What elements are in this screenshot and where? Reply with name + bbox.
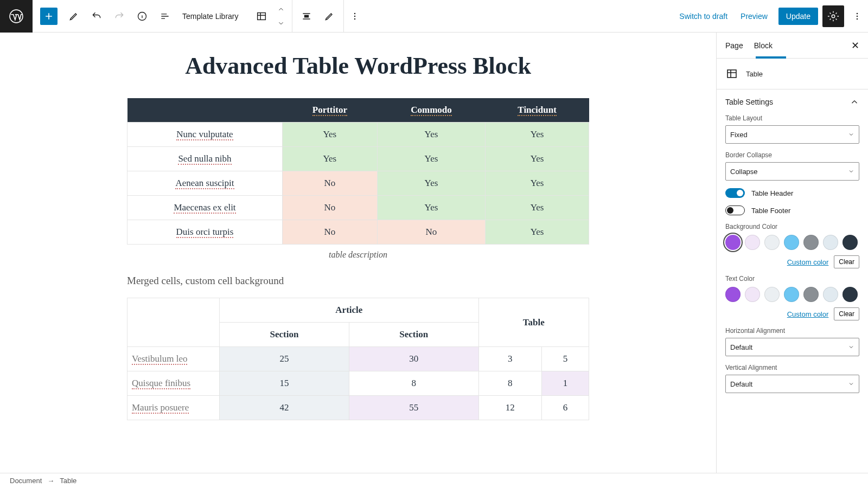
color-swatch[interactable] [803, 235, 819, 250]
table-cell[interactable]: 5 [541, 347, 589, 371]
info-button[interactable] [131, 5, 153, 27]
more-options-button[interactable] [344, 5, 366, 27]
table-block-button[interactable] [251, 5, 272, 27]
color-swatch[interactable] [803, 287, 819, 302]
breadcrumb-item[interactable]: Table [60, 477, 76, 485]
tab-block[interactable]: Block [754, 33, 773, 59]
template-library-label[interactable]: Template Library [177, 12, 244, 21]
edit-mode-button[interactable] [63, 5, 85, 27]
table-row-label[interactable]: Vestibulum leo [127, 347, 220, 371]
color-swatch[interactable] [843, 235, 858, 250]
table-cell[interactable]: Yes [282, 123, 377, 147]
section-subhead[interactable]: Merged cells, custom cell background [127, 275, 589, 287]
table-cell[interactable]: No [282, 171, 377, 196]
table-header[interactable]: Commodo [377, 98, 486, 123]
table-cell[interactable]: 15 [220, 371, 349, 396]
table-cell[interactable]: 1 [541, 371, 589, 396]
horizontal-align-select[interactable]: Default [725, 338, 859, 356]
color-swatch[interactable] [725, 287, 741, 302]
switch-to-draft-button[interactable]: Switch to draft [673, 8, 734, 25]
table-cell[interactable]: 55 [349, 396, 478, 420]
clear-button[interactable]: Clear [834, 307, 859, 320]
table-row-label[interactable]: Aenean suscipit [127, 171, 283, 196]
color-swatch[interactable] [745, 287, 760, 302]
move-up-button[interactable] [273, 2, 289, 16]
color-swatch[interactable] [764, 287, 780, 302]
color-swatch[interactable] [725, 235, 741, 250]
page-title[interactable]: Advanced Table WordPress Block [185, 52, 531, 80]
table-header[interactable]: Section [349, 323, 478, 347]
custom-color-link[interactable]: Custom color [787, 310, 829, 318]
vertical-align-select[interactable]: Default [725, 375, 859, 393]
table-cell[interactable]: Yes [486, 220, 589, 245]
table-cell[interactable]: 12 [478, 396, 541, 420]
clear-button[interactable]: Clear [834, 255, 859, 268]
table-cell[interactable]: No [282, 220, 377, 245]
close-sidebar-button[interactable]: ✕ [851, 40, 859, 52]
merged-table[interactable]: Article Table Section Section Vestibulum… [127, 298, 589, 420]
table-row-label[interactable]: Nunc vulputate [127, 123, 283, 147]
preview-button[interactable]: Preview [734, 8, 774, 25]
table-header[interactable]: Table [478, 298, 589, 347]
table-row-label[interactable]: Quisque finibus [127, 371, 220, 396]
update-button[interactable]: Update [778, 8, 818, 25]
table-cell[interactable]: No [282, 196, 377, 220]
table-cell[interactable]: Yes [486, 171, 589, 196]
table-cell[interactable]: 25 [220, 347, 349, 371]
table-cell[interactable]: 30 [349, 347, 478, 371]
align-button[interactable] [296, 5, 317, 27]
table-header[interactable]: Tincidunt [486, 98, 589, 123]
features-table[interactable]: PorttitorCommodoTincidunt Nunc vulputate… [127, 98, 589, 245]
table-cell[interactable]: 6 [541, 396, 589, 420]
table-header[interactable]: Section [220, 323, 349, 347]
redo-button[interactable] [108, 5, 130, 27]
top-more-button[interactable] [846, 5, 868, 27]
table-cell[interactable]: Yes [377, 147, 486, 171]
outline-button[interactable] [154, 5, 176, 27]
table-cell[interactable]: 42 [220, 396, 349, 420]
style-button[interactable] [318, 5, 340, 27]
table-cell[interactable]: Yes [486, 196, 589, 220]
custom-color-link[interactable]: Custom color [787, 258, 829, 266]
field-label: Background Color [725, 223, 859, 230]
color-swatch[interactable] [745, 235, 760, 250]
color-swatch[interactable] [784, 235, 799, 250]
editor-canvas[interactable]: Advanced Table WordPress Block Porttitor… [0, 33, 716, 473]
move-down-button[interactable] [273, 16, 289, 30]
table-cell[interactable]: 8 [478, 371, 541, 396]
color-swatch[interactable] [843, 287, 858, 302]
color-swatch[interactable] [823, 287, 838, 302]
wordpress-logo[interactable] [0, 0, 33, 33]
tab-page[interactable]: Page [725, 33, 743, 59]
table-cell[interactable]: Yes [377, 123, 486, 147]
table-header-toggle[interactable] [725, 188, 745, 198]
table-row-label[interactable]: Duis orci turpis [127, 220, 283, 245]
table-header[interactable]: Article [220, 298, 479, 323]
table-cell[interactable]: No [377, 220, 486, 245]
table-cell[interactable]: Yes [377, 171, 486, 196]
breadcrumb-item[interactable]: Document [10, 477, 42, 485]
add-block-button[interactable] [40, 8, 58, 25]
info-icon [137, 11, 148, 22]
table-cell[interactable]: Yes [486, 147, 589, 171]
table-cell[interactable]: Yes [486, 123, 589, 147]
table-cell[interactable]: 8 [349, 371, 478, 396]
table-cell[interactable]: Yes [377, 196, 486, 220]
settings-toggle-button[interactable] [822, 5, 844, 27]
border-collapse-select[interactable]: Collapse [725, 162, 859, 181]
table-row-label[interactable]: Maecenas ex elit [127, 196, 283, 220]
color-swatch[interactable] [823, 235, 838, 250]
color-swatch[interactable] [764, 235, 780, 250]
table-row-label[interactable]: Mauris posuere [127, 396, 220, 420]
panel-table-settings[interactable]: Table Settings [717, 89, 868, 114]
undo-button[interactable] [86, 5, 107, 27]
table-cell[interactable]: 3 [478, 347, 541, 371]
table-header[interactable]: Porttitor [282, 98, 377, 123]
table-row-label[interactable]: Sed nulla nibh [127, 147, 283, 171]
table-layout-select[interactable]: Fixed [725, 125, 859, 144]
table-footer-toggle[interactable] [725, 206, 745, 215]
table-header[interactable] [127, 98, 283, 123]
table-cell[interactable]: Yes [282, 147, 377, 171]
color-swatch[interactable] [784, 287, 799, 302]
table-caption[interactable]: table description [329, 250, 387, 260]
